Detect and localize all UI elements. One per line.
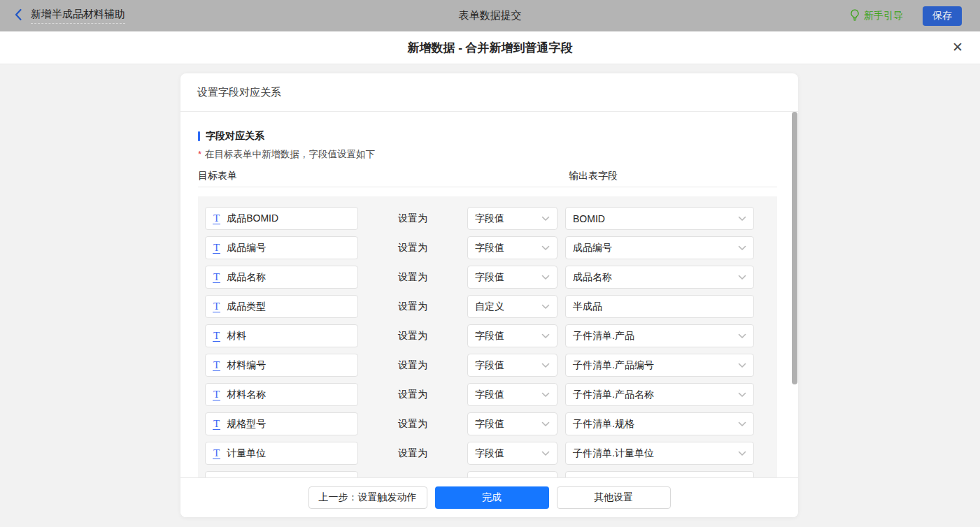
set-as-label: 设置为: [358, 447, 467, 460]
field-mapping-rows: T 成品BOMID 设置为 字段值 BOMID T 成品编号 设置为 字段值: [198, 196, 777, 477]
output-field-label: 子件清单.产品: [573, 330, 634, 342]
target-field-box[interactable]: T: [205, 471, 358, 477]
set-as-label: 设置为: [358, 330, 467, 342]
single-line-text-icon: T: [213, 301, 220, 312]
value-mode-label: 字段值: [475, 418, 504, 431]
value-mode-select[interactable]: 自定义: [467, 295, 558, 318]
section-title: 字段对应关系: [198, 130, 264, 143]
chevron-down-icon: [541, 421, 550, 427]
target-field-box[interactable]: T 成品名称: [205, 266, 358, 289]
chevron-down-icon: [738, 421, 746, 427]
field-mapping-row: T 成品BOMID 设置为 字段值 BOMID: [205, 207, 777, 230]
output-field-label: 成品编号: [573, 242, 612, 254]
target-field-label: 成品编号: [227, 242, 266, 254]
output-field-select[interactable]: 子件清单.产品: [565, 324, 754, 347]
target-field-box[interactable]: T 规格型号: [205, 412, 358, 435]
target-field-box[interactable]: T 材料名称: [205, 383, 358, 406]
value-mode-label: 字段值: [475, 330, 504, 342]
target-field-box[interactable]: T 成品编号: [205, 236, 358, 259]
value-mode-select[interactable]: [467, 471, 558, 477]
single-line-text-icon: T: [213, 448, 220, 459]
done-button[interactable]: 完成: [435, 486, 549, 509]
topbar-center-title: 表单数据提交: [294, 9, 686, 22]
value-mode-label: 字段值: [475, 242, 504, 254]
target-field-label: 成品类型: [227, 301, 266, 313]
value-mode-label: 自定义: [475, 301, 504, 313]
value-mode-select[interactable]: 字段值: [467, 354, 558, 377]
single-line-text-icon: T: [213, 331, 220, 342]
output-field-label: 半成品: [573, 301, 602, 313]
set-as-label: 设置为: [358, 389, 467, 401]
set-as-label: 设置为: [358, 242, 467, 254]
field-mapping-row: T 成品名称 设置为 字段值 成品名称: [205, 266, 777, 289]
vertical-scrollbar-thumb[interactable]: [792, 112, 797, 384]
output-field-select[interactable]: 子件清单.计量单位: [565, 442, 754, 465]
app-title[interactable]: 新增半成品材料辅助: [31, 8, 125, 24]
chevron-down-icon: [541, 451, 550, 456]
target-field-box[interactable]: T 成品BOMID: [205, 207, 358, 230]
beginner-guide-label: 新手引导: [864, 10, 903, 22]
value-mode-label: 字段值: [475, 359, 504, 372]
chevron-down-icon: [738, 216, 746, 222]
value-mode-select[interactable]: 字段值: [467, 412, 558, 435]
previous-step-button[interactable]: 上一步：设置触发动作: [308, 486, 427, 509]
modal-header: 新增数据 - 合并新增到普通字段 ✕: [0, 31, 980, 64]
output-field-select[interactable]: 成品名称: [565, 266, 754, 289]
topbar-left: 新增半成品材料辅助: [0, 8, 294, 24]
beginner-guide-link[interactable]: 新手引导: [850, 9, 903, 23]
chevron-down-icon: [541, 392, 550, 398]
set-as-label: 设置为: [358, 301, 467, 313]
column-target-form-label: 目标表单: [198, 170, 237, 182]
set-as-label: 设置为: [358, 212, 467, 225]
topbar: 新增半成品材料辅助 表单数据提交 新手引导 保存: [0, 0, 980, 31]
chevron-left-icon: [14, 8, 22, 23]
field-mapping-row: T 材料 设置为 字段值 子件清单.产品: [205, 324, 777, 347]
topbar-right: 新手引导 保存: [686, 6, 980, 26]
field-mapping-row: T 材料编号 设置为 字段值 子件清单.产品编号: [205, 354, 777, 377]
output-field-label: 成品名称: [573, 271, 612, 284]
card-header-title: 设置字段对应关系: [197, 86, 281, 99]
chevron-down-icon: [541, 304, 550, 310]
output-field-select[interactable]: 子件清单.规格: [565, 412, 754, 435]
target-field-box[interactable]: T 材料: [205, 324, 358, 347]
field-mapping-card: 设置字段对应关系 字段对应关系 *在目标表单中新增数据，字段值设置如下 目标表单…: [180, 73, 798, 517]
target-field-label: 计量单位: [227, 447, 266, 460]
other-settings-button[interactable]: 其他设置: [557, 486, 671, 509]
chevron-down-icon: [738, 275, 746, 280]
section-title-label: 字段对应关系: [206, 130, 264, 143]
output-field-label: 子件清单.计量单位: [573, 447, 654, 460]
save-button[interactable]: 保存: [923, 6, 962, 26]
value-mode-select[interactable]: 字段值: [467, 207, 558, 230]
output-field-select[interactable]: 成品编号: [565, 236, 754, 259]
output-field-select[interactable]: 子件清单.产品编号: [565, 354, 754, 377]
columns-divider: [198, 187, 777, 187]
value-mode-label: 字段值: [475, 212, 504, 225]
card-header: 设置字段对应关系: [180, 73, 798, 112]
field-mapping-row: T: [205, 471, 777, 477]
value-mode-select[interactable]: 字段值: [467, 236, 558, 259]
chevron-down-icon: [738, 392, 746, 398]
output-field-select[interactable]: BOMID: [565, 207, 754, 230]
single-line-text-icon: T: [213, 243, 220, 254]
required-note-text: 在目标表单中新增数据，字段值设置如下: [205, 149, 375, 159]
set-as-label: 设置为: [358, 418, 467, 431]
target-field-label: 材料名称: [227, 389, 266, 401]
target-field-box[interactable]: T 材料编号: [205, 354, 358, 377]
chevron-down-icon: [541, 216, 550, 222]
output-field-select[interactable]: 子件清单.产品名称: [565, 383, 754, 406]
target-field-label: 材料编号: [227, 359, 266, 372]
value-mode-select[interactable]: 字段值: [467, 383, 558, 406]
chevron-down-icon: [738, 451, 746, 456]
target-field-label: 规格型号: [227, 418, 266, 431]
value-mode-select[interactable]: 字段值: [467, 266, 558, 289]
custom-value-input[interactable]: [565, 471, 754, 477]
close-icon[interactable]: ✕: [952, 41, 963, 55]
target-field-box[interactable]: T 计量单位: [205, 442, 358, 465]
value-mode-select[interactable]: 字段值: [467, 324, 558, 347]
back-button[interactable]: [14, 8, 22, 23]
target-field-label: 材料: [227, 330, 246, 342]
single-line-text-icon: T: [213, 360, 220, 371]
custom-value-input[interactable]: 半成品: [565, 295, 754, 318]
value-mode-select[interactable]: 字段值: [467, 442, 558, 465]
target-field-box[interactable]: T 成品类型: [205, 295, 358, 318]
